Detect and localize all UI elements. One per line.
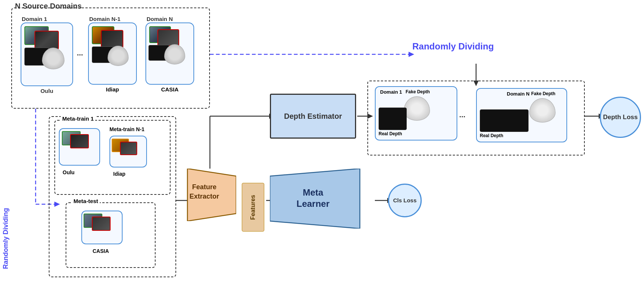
meta-learner: Meta Learner [270,169,375,229]
domain-1-card: Oulu [21,22,73,97]
domain-n-depth-title: Domain N [507,91,530,97]
svg-marker-1 [409,52,414,57]
meta-train-box: Meta-train 1 Oulu Meta-train N-1 Idiap [54,120,171,195]
meta-test-box: Meta-test CASIA [66,202,156,268]
feature-extractor: Feature Extractor [172,169,236,221]
depth-estimator-label: Depth Estimator [284,111,342,121]
domain-n-label: CASIA [145,86,194,93]
fake-depth-n-label: Fake Depth [531,91,556,96]
domain-n-card: CASIA [145,22,194,96]
real-depth-1-label: Real Depth [379,131,402,136]
domain-1-label: Oulu [21,88,73,94]
svg-text:Learner: Learner [297,199,329,209]
cls-loss-text: Cls Loss [393,197,417,204]
domain-1-title: Domain 1 [22,16,47,22]
svg-text:Extractor: Extractor [189,193,219,200]
svg-text:Meta: Meta [303,187,323,197]
depth-loss-circle: Depth Loss [600,97,641,138]
svg-text:Feature: Feature [192,183,216,191]
features-label-box: Features [242,183,264,232]
domain-n1-card: Idiap [88,22,137,96]
dots-1: ... [77,49,83,57]
domain-1-depth: Domain 1 Fake Depth Real Depth [375,86,457,150]
fake-depth-1-label: Fake Depth [406,89,430,94]
dots-2: ... [459,111,466,119]
meta-train-n1-label: Meta-train N-1 [109,126,144,132]
domain-n1-title: Domain N-1 [89,16,120,22]
meta-train-1-label: Meta-train 1 [61,115,95,122]
domain-n-depth: Domain N Fake Depth Real Depth [476,88,577,152]
meta-learner-shape: Meta Learner [270,169,375,229]
domain-1-depth-title: Domain 1 [380,89,402,95]
meta-train-n1-idiap: Idiap [113,171,126,177]
depth-loss-text: Depth Loss [603,113,638,121]
cls-loss-circle: Cls Loss [388,184,422,217]
real-depth-n-label: Real Depth [480,133,503,138]
meta-test-casia: CASIA [93,248,109,254]
domain-n-title: Domain N [147,16,173,22]
meta-train-1-oulu: Oulu [63,169,75,175]
meta-test-label: Meta-test [72,198,100,204]
n-source-label: N Source Domains [15,2,82,10]
features-label: Features [250,195,256,220]
domain-n1-label: Idiap [88,86,137,93]
diagram: N Source Domains Oulu Domain 1 ... Idiap… [0,0,644,302]
feature-extractor-shape: Feature Extractor [172,169,236,221]
depth-estimator-box: Depth Estimator [270,94,356,139]
randomly-dividing-h: Randomly Dividing [412,41,494,52]
randomly-dividing-v: Randomly Dividing [2,208,10,269]
